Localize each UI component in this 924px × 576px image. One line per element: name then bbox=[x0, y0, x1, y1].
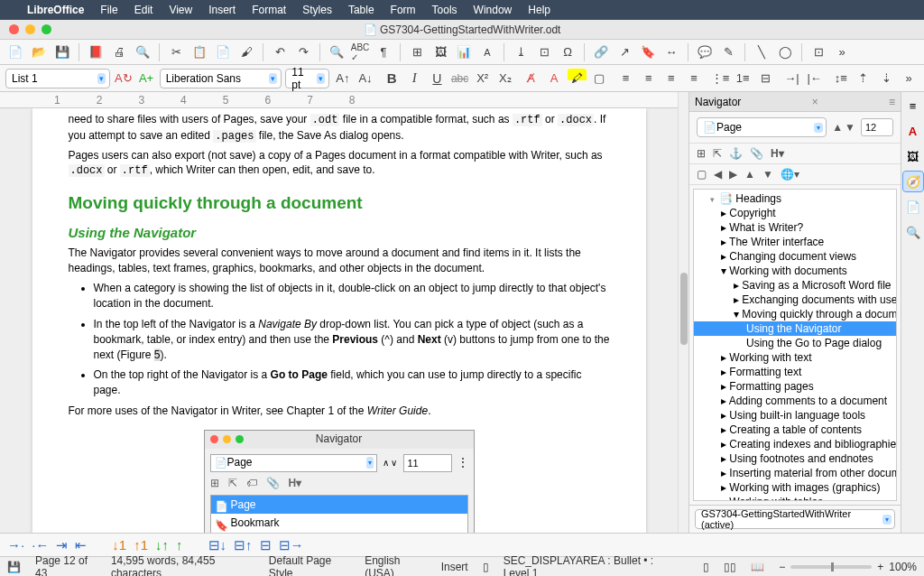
to-begin-icon[interactable]: ⇤ bbox=[75, 537, 87, 553]
no-list-icon[interactable]: ⊟ bbox=[260, 537, 272, 553]
move-item-down-icon[interactable]: ⊟↓ bbox=[208, 537, 227, 553]
tab-gallery[interactable]: 🖼 bbox=[903, 146, 923, 166]
menu-view[interactable]: View bbox=[169, 4, 192, 16]
indent-dec-icon[interactable]: |← bbox=[805, 69, 824, 88]
tree-node[interactable]: ▸ Adding comments to a document bbox=[694, 394, 896, 408]
tree-node[interactable]: ▸ Changing document views bbox=[694, 249, 896, 264]
promote-chapter-icon[interactable]: ◀ bbox=[714, 168, 722, 181]
nav-next-icon[interactable]: ▼ bbox=[845, 121, 855, 134]
anchor-icon[interactable]: ⚓ bbox=[729, 147, 743, 160]
overflow-icon[interactable]: » bbox=[900, 69, 919, 88]
decrease-size-icon[interactable]: A↓ bbox=[356, 69, 374, 88]
font-color-icon[interactable]: A bbox=[545, 69, 564, 88]
tree-node[interactable]: ▾ Working with documents bbox=[694, 264, 896, 278]
new-style-icon[interactable]: A+ bbox=[137, 69, 156, 88]
bold-button[interactable]: B bbox=[383, 69, 402, 88]
tree-node[interactable]: ▾ Moving quickly through a documen bbox=[694, 307, 896, 321]
open-icon[interactable]: 📂 bbox=[29, 42, 49, 62]
zoom-slider[interactable] bbox=[790, 565, 872, 569]
menu-tools[interactable]: Tools bbox=[432, 4, 457, 16]
status-selection[interactable]: ▯ bbox=[483, 561, 489, 573]
zoom-out-icon[interactable]: − bbox=[779, 561, 785, 573]
font-name-combo[interactable]: Liberation Sans bbox=[160, 69, 282, 88]
document-page[interactable]: need to share files with users of Pages,… bbox=[32, 108, 646, 533]
cut-icon[interactable]: ✂ bbox=[166, 42, 186, 62]
print-preview-icon[interactable]: 🔍 bbox=[133, 42, 152, 62]
footnote-icon[interactable]: ↗ bbox=[614, 42, 634, 62]
para-spacing-inc-icon[interactable]: ⇡ bbox=[854, 69, 873, 88]
subscript-button[interactable]: X₂ bbox=[495, 69, 514, 88]
bullet-down-icon[interactable]: ↓↑ bbox=[155, 537, 169, 553]
page-break-icon[interactable]: ⤓ bbox=[511, 42, 531, 62]
save-status-icon[interactable]: 💾 bbox=[7, 561, 21, 573]
insert-image-icon[interactable]: 🖼 bbox=[430, 42, 450, 62]
tree-node[interactable]: ▸ Exchanging documents with users bbox=[694, 293, 896, 307]
status-insert[interactable]: Insert bbox=[441, 561, 468, 573]
insert-table-icon[interactable]: ⊞ bbox=[407, 42, 427, 62]
redo-icon[interactable]: ↷ bbox=[293, 42, 313, 62]
tree-node[interactable]: ▸ Using built-in language tools bbox=[694, 408, 896, 423]
number-up-icon[interactable]: ↑1 bbox=[134, 537, 148, 553]
para-spacing-dec-icon[interactable]: ⇣ bbox=[877, 69, 896, 88]
align-justify-icon[interactable]: ≡ bbox=[684, 69, 703, 88]
menu-help[interactable]: Help bbox=[528, 4, 550, 16]
view-multi-icon[interactable]: ▯▯ bbox=[724, 561, 736, 573]
paste-icon[interactable]: 📄 bbox=[213, 42, 233, 62]
menu-insert[interactable]: Insert bbox=[208, 4, 236, 16]
status-lang[interactable]: English (USA) bbox=[365, 554, 427, 577]
align-left-icon[interactable]: ≡ bbox=[616, 69, 635, 88]
shapes-icon[interactable]: ◯ bbox=[775, 42, 795, 62]
bookmark-icon[interactable]: 🔖 bbox=[638, 42, 658, 62]
goto-page-input[interactable] bbox=[861, 118, 893, 136]
insert-textbox-icon[interactable]: A bbox=[477, 42, 497, 62]
view-single-icon[interactable]: ▯ bbox=[703, 561, 709, 573]
menu-file[interactable]: File bbox=[100, 4, 117, 16]
find-icon[interactable]: 🔍 bbox=[327, 42, 346, 62]
status-words[interactable]: 14,595 words, 84,455 characters bbox=[111, 554, 254, 577]
active-doc-combo[interactable]: GS7304-GettingStartedWithWriter (active) bbox=[695, 509, 895, 529]
font-size-combo[interactable]: 11 pt bbox=[285, 69, 329, 88]
special-char-icon[interactable]: Ω bbox=[558, 42, 578, 62]
formatting-marks-icon[interactable]: ¶ bbox=[374, 42, 393, 62]
italic-button[interactable]: I bbox=[405, 69, 424, 88]
demote-chapter-icon[interactable]: ▶ bbox=[729, 168, 737, 181]
indent-inc-icon[interactable]: →| bbox=[782, 69, 801, 88]
nav-prev-icon[interactable]: ▲ bbox=[832, 121, 843, 134]
tab-navigator[interactable]: 🧭 bbox=[903, 172, 923, 191]
navigator-tree[interactable]: ▾📑 Headings▸ Copyright▸ What is Writer?▸… bbox=[693, 189, 897, 501]
demote-one-icon[interactable]: ⊟→ bbox=[279, 537, 304, 553]
menu-window[interactable]: Window bbox=[474, 4, 513, 16]
comment-icon[interactable]: 💬 bbox=[695, 42, 715, 62]
increase-size-icon[interactable]: A↑ bbox=[333, 69, 352, 88]
insert-field-icon[interactable]: ⊡ bbox=[534, 42, 554, 62]
status-style[interactable]: Default Page Style bbox=[269, 554, 350, 577]
tree-node[interactable]: ▸ Saving as a Microsoft Word file bbox=[694, 278, 896, 293]
tab-style-inspector[interactable]: 🔍 bbox=[903, 222, 923, 242]
clone-format-icon[interactable]: 🖌 bbox=[236, 42, 256, 62]
menu-format[interactable]: Format bbox=[252, 4, 286, 16]
reminder-icon[interactable]: 📎 bbox=[750, 147, 763, 160]
cross-ref-icon[interactable]: ↔ bbox=[661, 42, 681, 62]
spellcheck-icon[interactable]: ABC✓ bbox=[350, 42, 370, 62]
scrollbar[interactable] bbox=[678, 92, 688, 533]
tab-properties[interactable]: ≡ bbox=[903, 96, 923, 116]
app-name[interactable]: LibreOffice bbox=[27, 4, 84, 16]
undo-icon[interactable]: ↶ bbox=[270, 42, 290, 62]
tree-node[interactable]: ▸ Creating indexes and bibliographies bbox=[694, 437, 896, 451]
clear-format-icon[interactable]: A̸ bbox=[522, 69, 541, 88]
back-one-icon[interactable]: ·← bbox=[32, 537, 49, 553]
tree-node[interactable]: Using the Go to Page dialog bbox=[694, 336, 896, 350]
horizontal-ruler[interactable]: 12345678 bbox=[0, 92, 678, 108]
move-item-up-icon[interactable]: ⊟↑ bbox=[234, 537, 253, 553]
bullet-up-icon[interactable]: ↑ bbox=[176, 537, 183, 553]
line-spacing-icon[interactable]: ↕≡ bbox=[831, 69, 850, 88]
bullets-icon[interactable]: ⋮≡ bbox=[711, 69, 730, 88]
tree-node[interactable]: ▸ Copyright bbox=[694, 206, 896, 220]
align-center-icon[interactable]: ≡ bbox=[639, 69, 658, 88]
tree-node[interactable]: ▸ Working with text bbox=[694, 350, 896, 365]
underline-button[interactable]: U bbox=[428, 69, 447, 88]
align-right-icon[interactable]: ≡ bbox=[661, 69, 680, 88]
save-icon[interactable]: 💾 bbox=[52, 42, 72, 62]
export-pdf-icon[interactable]: 📕 bbox=[86, 42, 106, 62]
line-icon[interactable]: ╲ bbox=[752, 42, 772, 62]
